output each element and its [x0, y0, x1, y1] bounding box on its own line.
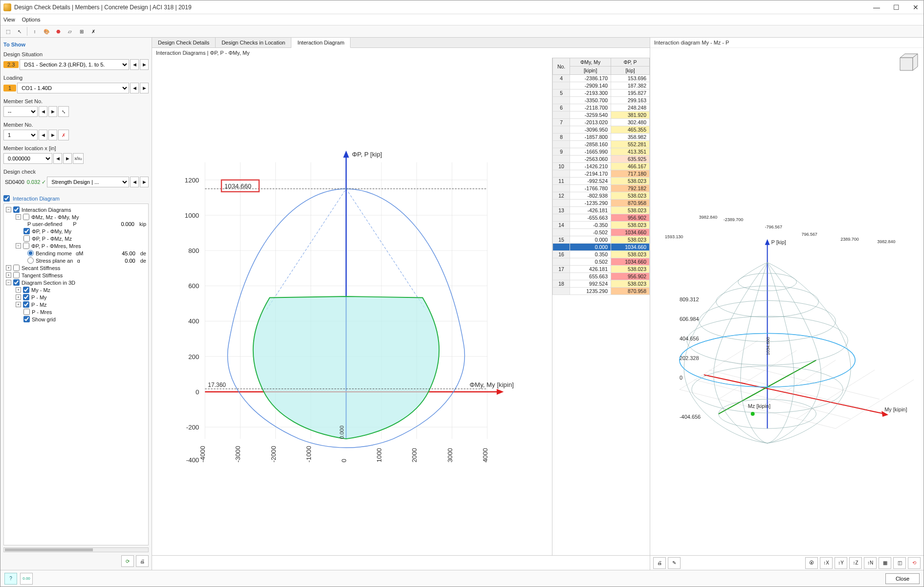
r-print-icon[interactable]: 🖨	[653, 557, 666, 569]
r-n-icon[interactable]: ↕N	[864, 557, 877, 569]
menu-view[interactable]: View	[3, 17, 15, 23]
chart-3d[interactable]: P [kip] My [kipin] Mz [kipin]	[650, 48, 924, 555]
mno-pick-icon[interactable]: ✗	[58, 130, 69, 140]
member-set-select[interactable]: --	[3, 106, 38, 117]
table-row[interactable]: 10-1426.210466.167	[553, 163, 650, 170]
orientation-cube-icon[interactable]	[893, 51, 921, 74]
table-row[interactable]: 14-0.350538.023	[553, 222, 650, 229]
table-row[interactable]: -2909.140187.382	[553, 82, 650, 90]
table-row[interactable]: -1235.290870.958	[553, 200, 650, 207]
table-row[interactable]: -2563.060635.925	[553, 156, 650, 163]
mset-prev-button[interactable]: ◀	[39, 106, 47, 117]
tool-colors-icon[interactable]: ⬣	[53, 26, 64, 36]
svg-text:3982.840: 3982.840	[699, 215, 717, 220]
status-units-icon[interactable]: 0.00	[20, 573, 33, 585]
r-iso-icon[interactable]: ▦	[879, 557, 891, 569]
table-row[interactable]: 160.350538.023	[553, 251, 650, 258]
table-row[interactable]: 1235.290870.958	[553, 288, 650, 295]
col-m: ΦMy, My	[570, 58, 611, 67]
r-refresh-icon[interactable]: ⟲	[908, 557, 921, 569]
table-row[interactable]: -2858.160552.281	[553, 141, 650, 148]
r-cube-icon[interactable]: ◫	[893, 557, 906, 569]
r-xz-icon[interactable]: ↕Z	[849, 557, 862, 569]
svg-text:4000: 4000	[482, 448, 489, 462]
svg-text:1593.130: 1593.130	[665, 234, 683, 239]
table-row[interactable]: 11-992.524538.023	[553, 178, 650, 185]
member-no-label: Member No.	[3, 122, 149, 128]
loading-select[interactable]: CO1 - 1.40D	[17, 83, 129, 93]
mloc-prev-button[interactable]: ◀	[53, 153, 62, 164]
status-help-icon[interactable]: ?	[4, 573, 17, 585]
svg-text:202.328: 202.328	[680, 355, 699, 361]
table-row[interactable]: -655.663956.902	[553, 214, 650, 222]
table-row[interactable]: -3259.540381.920	[553, 112, 650, 119]
tool-coord-icon[interactable]: ↕	[29, 26, 40, 36]
r-origin-icon[interactable]: ⦿	[805, 557, 818, 569]
tree-scrollbar[interactable]	[3, 547, 149, 552]
table-row[interactable]: -3096.950465.355	[553, 126, 650, 134]
table-row[interactable]: 655.663956.902	[553, 273, 650, 280]
diagram-tree[interactable]: −Interaction Diagrams −ΦMz, Mz - ΦMy, My…	[3, 203, 149, 545]
design-check-select[interactable]: Strength Design | ...	[47, 177, 129, 187]
tab-interaction-diagram[interactable]: Interaction Diagram	[291, 38, 351, 48]
svg-text:796.567: 796.567	[801, 232, 817, 237]
tool-clear-icon[interactable]: ✗	[88, 26, 99, 36]
minimize-button[interactable]: —	[872, 3, 881, 11]
table-row[interactable]: 9-1665.990413.351	[553, 148, 650, 156]
ds-next-button[interactable]: ▶	[140, 59, 149, 70]
left-print-icon[interactable]: 🖨	[136, 555, 149, 567]
member-loc-select[interactable]: 0.000000	[3, 153, 52, 164]
table-row[interactable]: 150.000538.023	[553, 236, 650, 244]
tool-select-icon[interactable]: ↖	[14, 26, 25, 36]
design-situation-select[interactable]: DS1 - Section 2.3 (LRFD), 1. to 5.	[20, 59, 129, 70]
app-icon	[3, 3, 11, 11]
left-recalc-icon[interactable]: ⟳	[121, 555, 134, 567]
menu-options[interactable]: Options	[22, 17, 41, 23]
dc-prev-button[interactable]: ◀	[130, 177, 139, 187]
mset-next-button[interactable]: ▶	[48, 106, 57, 117]
tab-design-check-details[interactable]: Design Check Details	[152, 38, 216, 47]
table-row[interactable]: -3350.700299.163	[553, 97, 650, 104]
toolbar: ⬚ ↖ ↕ 🎨 ⬣ ▱ ⊞ ✗	[0, 25, 924, 38]
member-no-select[interactable]: 1	[3, 130, 38, 140]
mloc-next-button[interactable]: ▶	[63, 153, 72, 164]
dc-next-button[interactable]: ▶	[140, 177, 149, 187]
table-row[interactable]: 13-426.181538.023	[553, 207, 650, 214]
table-row[interactable]: 17426.181538.023	[553, 266, 650, 273]
table-row[interactable]: 0.5021034.660	[553, 258, 650, 266]
mno-prev-button[interactable]: ◀	[39, 130, 47, 140]
data-table[interactable]: No. ΦMy, My ΦP, P [kipin] [kip] 4-2386.1…	[552, 58, 650, 555]
loading-prev-button[interactable]: ◀	[130, 83, 139, 93]
table-row[interactable]: 6-2118.700248.248	[553, 104, 650, 112]
mset-pick-icon[interactable]: ⤡	[58, 106, 69, 117]
tool-plane-icon[interactable]: ▱	[65, 26, 75, 36]
close-button[interactable]: Close	[885, 573, 920, 584]
ds-prev-button[interactable]: ◀	[130, 59, 139, 70]
chart-2d[interactable]: 1034.660 17.360 ΦP, P [kip] ΦMy, My [kip…	[152, 58, 552, 555]
table-row[interactable]: -1766.780792.182	[553, 185, 650, 192]
r-yz-icon[interactable]: ↕Y	[835, 557, 847, 569]
mno-next-button[interactable]: ▶	[48, 130, 57, 140]
tool-zoom-window-icon[interactable]: ⬚	[2, 26, 13, 36]
table-row[interactable]: 18992.524538.023	[553, 280, 650, 288]
interaction-diagram-checkbox[interactable]: Interaction Diagram	[3, 195, 149, 202]
tool-palette-icon[interactable]: 🎨	[41, 26, 52, 36]
loading-next-button[interactable]: ▶	[140, 83, 149, 93]
r-pen-icon[interactable]: ✎	[668, 557, 681, 569]
mloc-xx-icon[interactable]: x/x₀	[73, 153, 84, 164]
tab-design-checks-location[interactable]: Design Checks in Location	[216, 38, 291, 47]
member-set-label: Member Set No.	[3, 98, 149, 104]
table-row[interactable]: -0.5021034.660	[553, 229, 650, 236]
table-row[interactable]: -2194.170717.180	[553, 170, 650, 178]
table-row[interactable]: 5-2193.300195.827	[553, 90, 650, 97]
chart3d-subtitle: Interaction diagram My - Mz - P	[650, 38, 924, 48]
table-row[interactable]: 8-1857.800358.982	[553, 134, 650, 141]
table-row[interactable]: 4-2386.170153.696	[553, 75, 650, 82]
close-window-button[interactable]: ✕	[911, 3, 921, 11]
maximize-button[interactable]: ☐	[891, 3, 901, 11]
r-xy-icon[interactable]: ↕X	[820, 557, 833, 569]
table-row[interactable]: 12-802.938538.023	[553, 192, 650, 200]
table-row[interactable]: 0.0001034.660	[553, 244, 650, 251]
table-row[interactable]: 7-2013.020302.480	[553, 119, 650, 126]
tool-axis-icon[interactable]: ⊞	[76, 26, 87, 36]
